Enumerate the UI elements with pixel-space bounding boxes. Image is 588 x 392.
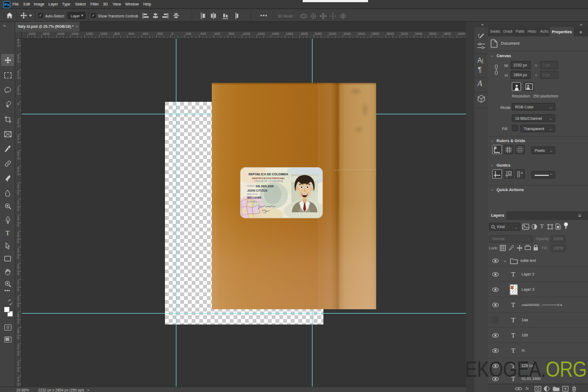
svg-text:IDENTIFICACIÓN PERSONAL: IDENTIFICACIÓN PERSONAL xyxy=(252,177,285,180)
svg-text:NÚMERO: NÚMERO xyxy=(247,185,255,187)
svg-text:JOHN CITIZEN: JOHN CITIZEN xyxy=(247,189,267,192)
svg-text:REPÚBLICA DE COLOMBIA: REPÚBLICA DE COLOMBIA xyxy=(248,173,288,176)
svg-text:NOMBRES: NOMBRES xyxy=(247,201,257,203)
svg-text:APELLIDOS: APELLIDOS xyxy=(247,193,258,195)
svg-text:WILLIAMS: WILLIAMS xyxy=(247,196,262,199)
svg-text:00.000.000: 00.000.000 xyxy=(256,184,274,188)
svg-text:CÉDULA DE CIUDADANÍA: CÉDULA DE CIUDADANÍA xyxy=(254,180,283,182)
